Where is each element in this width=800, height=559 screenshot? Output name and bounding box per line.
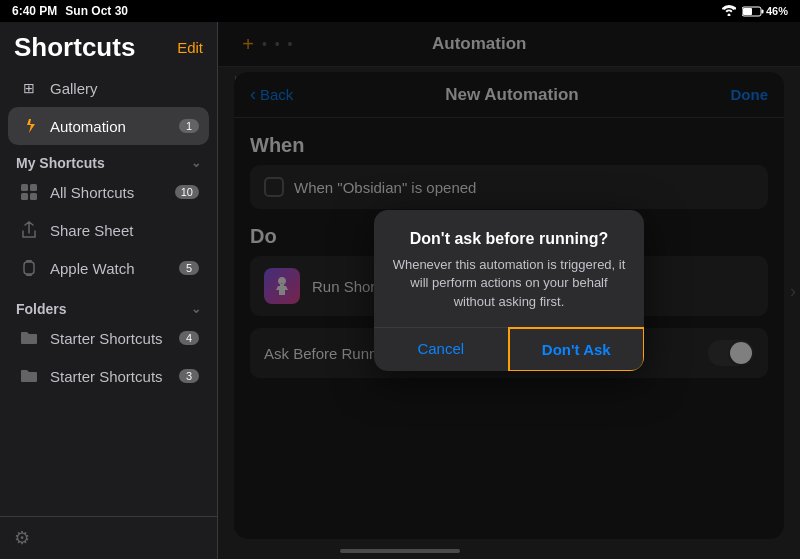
svg-rect-7 [24, 262, 34, 274]
automation-icon [18, 115, 40, 137]
svg-rect-3 [21, 184, 28, 191]
status-date: Sun Oct 30 [65, 4, 128, 18]
my-shortcuts-nav: All Shortcuts 10 Share Sheet [0, 173, 217, 287]
folder-icon-0 [18, 327, 40, 349]
folders-nav: Starter Shortcuts 4 Starter Shortcuts 3 [0, 319, 217, 395]
apple-watch-label: Apple Watch [50, 260, 135, 277]
sidebar-header: Shortcuts Edit [0, 22, 217, 69]
dont-ask-button[interactable]: Don't Ask [508, 327, 645, 371]
svg-rect-1 [743, 8, 752, 15]
sidebar-nav: ⊞ Gallery Automation 1 [0, 69, 217, 145]
sidebar: Shortcuts Edit ⊞ Gallery Automation 1 My… [0, 22, 218, 559]
sidebar-item-automation-label: Automation [50, 118, 126, 135]
sidebar-item-apple-watch[interactable]: Apple Watch 5 [8, 249, 209, 287]
folders-section: Folders ⌄ Starter Shortcuts 4 [0, 291, 217, 395]
alert-message: Whenever this automation is triggered, i… [390, 256, 628, 311]
svg-rect-4 [30, 184, 37, 191]
svg-rect-2 [761, 9, 763, 13]
folders-section-header: Folders ⌄ [0, 291, 217, 319]
all-shortcuts-icon [18, 181, 40, 203]
my-shortcuts-chevron: ⌄ [191, 156, 201, 170]
my-shortcuts-section-header: My Shortcuts ⌄ [0, 145, 217, 173]
share-sheet-icon [18, 219, 40, 241]
status-icons: 46% [722, 5, 788, 18]
battery-pct: 46% [766, 5, 788, 17]
sidebar-title: Shortcuts [14, 32, 135, 63]
apple-watch-badge: 5 [179, 261, 199, 275]
main-content: + • • • Automation Have your devices rea… [218, 22, 800, 559]
cancel-button[interactable]: Cancel [374, 328, 508, 371]
sidebar-item-automation[interactable]: Automation 1 [8, 107, 209, 145]
share-sheet-label: Share Sheet [50, 222, 133, 239]
folder-badge-0: 4 [179, 331, 199, 345]
all-shortcuts-label: All Shortcuts [50, 184, 134, 201]
alert-content: Don't ask before running? Whenever this … [374, 210, 644, 327]
svg-rect-9 [26, 274, 32, 276]
gallery-icon: ⊞ [18, 77, 40, 99]
status-time: 6:40 PM [12, 4, 57, 18]
alert-buttons: Cancel Don't Ask [374, 327, 644, 371]
sidebar-item-gallery-label: Gallery [50, 80, 98, 97]
folder-item-0[interactable]: Starter Shortcuts 4 [8, 319, 209, 357]
sidebar-item-all-shortcuts[interactable]: All Shortcuts 10 [8, 173, 209, 211]
battery-icon: 46% [742, 5, 788, 17]
settings-icon[interactable]: ⚙ [14, 528, 30, 548]
sidebar-item-gallery[interactable]: ⊞ Gallery [8, 69, 209, 107]
alert-title: Don't ask before running? [390, 230, 628, 248]
sidebar-item-share-sheet[interactable]: Share Sheet [8, 211, 209, 249]
svg-rect-5 [21, 193, 28, 200]
svg-rect-6 [30, 193, 37, 200]
apple-watch-icon [18, 257, 40, 279]
folder-badge-1: 3 [179, 369, 199, 383]
folder-item-1[interactable]: Starter Shortcuts 3 [8, 357, 209, 395]
edit-button[interactable]: Edit [177, 39, 203, 56]
status-bar: 6:40 PM Sun Oct 30 46% [0, 0, 800, 22]
svg-rect-8 [26, 260, 32, 262]
my-shortcuts-label: My Shortcuts [16, 155, 105, 171]
folder-label-1: Starter Shortcuts [50, 368, 163, 385]
wifi-icon [722, 5, 736, 18]
folders-label: Folders [16, 301, 67, 317]
all-shortcuts-badge: 10 [175, 185, 199, 199]
modal-overlay: Don't ask before running? Whenever this … [218, 22, 800, 559]
folder-label-0: Starter Shortcuts [50, 330, 163, 347]
folders-chevron: ⌄ [191, 302, 201, 316]
sidebar-bottom: ⚙ [0, 516, 217, 559]
alert-dialog: Don't ask before running? Whenever this … [374, 210, 644, 371]
automation-badge: 1 [179, 119, 199, 133]
folder-icon-1 [18, 365, 40, 387]
